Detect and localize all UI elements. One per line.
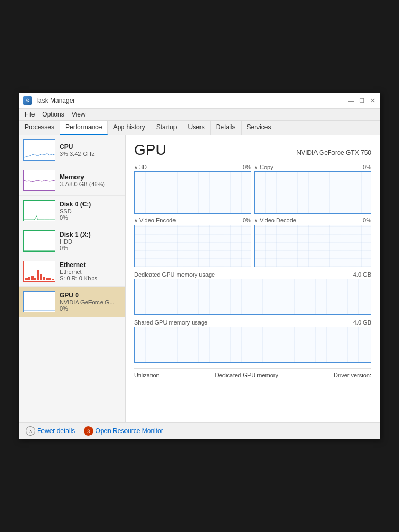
gpu-header: GPU NVIDIA GeForce GTX 750 [134, 142, 371, 159]
sidebar-item-memory[interactable]: Memory 3.7/8.0 GB (46%) [19, 165, 125, 196]
minimize-button[interactable]: — [348, 97, 354, 104]
gpu-thumbnail [23, 291, 55, 312]
dedicated-memory-label: Dedicated GPU memory usage [134, 271, 215, 278]
open-monitor-label: Open Resource Monitor [95, 427, 163, 435]
disk0-thumbnail [23, 200, 55, 221]
disk1-sub2: 0% [60, 245, 121, 251]
menu-view[interactable]: View [69, 110, 89, 119]
graph-3d-label: 3D [139, 164, 147, 170]
shared-memory-graph [134, 327, 371, 363]
graph-3d: ∨ 3D 0% [134, 164, 251, 214]
ethernet-sub2: S: 0 R: 0 Kbps [60, 275, 121, 281]
graph-encode-label: Video Encode [139, 217, 176, 223]
tab-startup[interactable]: Startup [151, 121, 183, 135]
window-controls: — ☐ ✕ [348, 97, 376, 104]
tab-app-history[interactable]: App history [108, 121, 151, 135]
sidebar: CPU 3% 3.42 GHz Memory 3.7/8.0 GB (46%) [19, 135, 126, 422]
memory-sub: 3.7/8.0 GB (46%) [60, 181, 121, 187]
main-panel: GPU NVIDIA GeForce GTX 750 ∨ 3D 0% [126, 135, 380, 422]
dedicated-memory-graph [134, 279, 371, 315]
graph-copy-box [254, 171, 371, 214]
ethernet-thumbnail [23, 261, 55, 282]
memory-info: Memory 3.7/8.0 GB (46%) [60, 173, 121, 187]
gpu-model: NVIDIA GeForce GTX 750 [296, 149, 371, 156]
chevron-up-icon: ∧ [26, 426, 35, 436]
dedicated-memory-max: 4.0 GB [353, 271, 371, 278]
tab-services[interactable]: Services [242, 121, 277, 135]
graph-decode-label: Video Decode [260, 217, 296, 223]
gpu0-sub1: NVIDIA GeForce G... [60, 299, 121, 305]
title-bar: ⚙ Task Manager — ☐ ✕ [19, 93, 380, 109]
chevron-3d-icon: ∨ [134, 164, 138, 170]
shared-memory-max: 4.0 GB [353, 319, 371, 326]
utilization-label: Utilization [134, 372, 160, 378]
chevron-encode-icon: ∨ [134, 218, 138, 223]
graph-decode-box [254, 225, 371, 267]
open-resource-monitor-button[interactable]: ⊙ Open Resource Monitor [84, 426, 163, 436]
memory-thumbnail [23, 170, 55, 191]
menu-options[interactable]: Options [39, 110, 67, 119]
gpu-graphs-grid: ∨ 3D 0% ∨ Copy [134, 164, 371, 267]
graph-copy-percent: 0% [363, 164, 371, 170]
graph-encode-box [134, 225, 251, 267]
ethernet-label: Ethernet [60, 261, 121, 269]
disk0-sub1: SSD [60, 208, 121, 214]
chevron-copy-icon: ∨ [254, 164, 258, 170]
gpu-title: GPU [134, 142, 167, 159]
tab-details[interactable]: Details [211, 121, 242, 135]
disk1-thumbnail [23, 230, 55, 252]
shared-memory-label: Shared GPU memory usage [134, 319, 207, 326]
close-button[interactable]: ✕ [369, 97, 376, 104]
gpu0-info: GPU 0 NVIDIA GeForce G... 0% [60, 292, 121, 312]
bottom-bar: ∧ Fewer details ⊙ Open Resource Monitor [19, 422, 380, 439]
eth-bars [25, 263, 54, 280]
menu-bar: File Options View [19, 109, 380, 121]
ethernet-sub1: Ethernet [60, 269, 121, 275]
graph-copy: ∨ Copy 0% [254, 164, 371, 214]
dedicated-memory-section: Dedicated GPU memory usage 4.0 GB [134, 271, 371, 315]
disk1-sub1: HDD [60, 238, 121, 245]
content-area: CPU 3% 3.42 GHz Memory 3.7/8.0 GB (46%) [19, 135, 380, 422]
fewer-details-label: Fewer details [37, 427, 75, 435]
graph-encode-percent: 0% [243, 217, 251, 223]
disk0-sub2: 0% [60, 214, 121, 221]
driver-label: Driver version: [334, 372, 371, 378]
tab-processes[interactable]: Processes [19, 121, 60, 135]
sidebar-item-gpu0[interactable]: GPU 0 NVIDIA GeForce G... 0% [19, 287, 125, 317]
graph-decode-percent: 0% [363, 217, 371, 223]
cpu-sub: 3% 3.42 GHz [60, 151, 121, 157]
fewer-details-button[interactable]: ∧ Fewer details [26, 426, 75, 436]
gpu0-sub2: 0% [60, 305, 121, 312]
cpu-label: CPU [60, 143, 121, 151]
ethernet-info: Ethernet Ethernet S: 0 R: 0 Kbps [60, 261, 121, 281]
shared-memory-section: Shared GPU memory usage 4.0 GB [134, 319, 371, 363]
graph-video-decode: ∨ Video Decode 0% [254, 217, 371, 267]
tab-bar: Processes Performance App history Startu… [19, 121, 380, 135]
cpu-info: CPU 3% 3.42 GHz [60, 143, 121, 157]
footer-stats: Utilization Dedicated GPU memory Driver … [134, 368, 371, 378]
sidebar-item-disk0[interactable]: Disk 0 (C:) SSD 0% [19, 196, 125, 226]
disk1-info: Disk 1 (X:) HDD 0% [60, 231, 121, 251]
title-left: ⚙ Task Manager [23, 96, 75, 105]
dedicated-footer-label: Dedicated GPU memory [215, 372, 278, 378]
task-manager-window: ⚙ Task Manager — ☐ ✕ File Options View P… [19, 93, 380, 439]
graph-copy-label: Copy [260, 164, 273, 170]
maximize-button[interactable]: ☐ [359, 97, 365, 104]
app-icon: ⚙ [23, 96, 32, 105]
sidebar-item-ethernet[interactable]: Ethernet Ethernet S: 0 R: 0 Kbps [19, 256, 125, 287]
sidebar-item-cpu[interactable]: CPU 3% 3.42 GHz [19, 135, 125, 165]
cpu-thumbnail [23, 139, 55, 161]
disk1-label: Disk 1 (X:) [60, 231, 121, 238]
graph-3d-percent: 0% [243, 164, 251, 170]
graph-3d-box [134, 171, 251, 214]
disk0-label: Disk 0 (C:) [60, 201, 121, 208]
window-title: Task Manager [35, 97, 75, 104]
tab-users[interactable]: Users [182, 121, 210, 135]
tab-performance[interactable]: Performance [60, 121, 108, 135]
menu-file[interactable]: File [21, 110, 38, 119]
graph-video-encode: ∨ Video Encode 0% [134, 217, 251, 267]
disk0-info: Disk 0 (C:) SSD 0% [60, 201, 121, 221]
memory-label: Memory [60, 173, 121, 181]
gpu0-label: GPU 0 [60, 292, 121, 299]
sidebar-item-disk1[interactable]: Disk 1 (X:) HDD 0% [19, 226, 125, 256]
